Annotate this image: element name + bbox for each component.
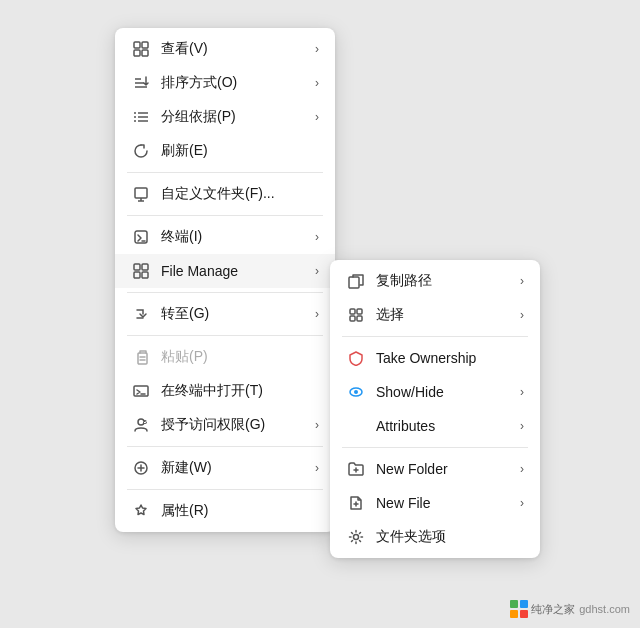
grid-icon xyxy=(131,39,151,59)
watermark-url: gdhst.com xyxy=(579,603,630,615)
svg-point-35 xyxy=(354,390,358,394)
separator-6 xyxy=(127,489,323,490)
menu-label-sort: 排序方式(O) xyxy=(161,74,315,92)
menu-label-new: 新建(W) xyxy=(161,459,315,477)
group-icon xyxy=(131,107,151,127)
arrow-icon-filemanage: › xyxy=(315,264,319,278)
submenu-item-select[interactable]: 选择 › xyxy=(330,298,540,332)
svg-rect-17 xyxy=(134,272,140,278)
svg-rect-33 xyxy=(357,316,362,321)
menu-item-paste[interactable]: 粘贴(P) xyxy=(115,340,335,374)
new-icon xyxy=(131,458,151,478)
sub-separator-2 xyxy=(342,447,528,448)
arrow-icon-select: › xyxy=(520,308,524,322)
svg-rect-3 xyxy=(142,50,148,56)
svg-rect-19 xyxy=(138,353,147,364)
separator-4 xyxy=(127,335,323,336)
svg-point-40 xyxy=(354,535,359,540)
submenu-label-select: 选择 xyxy=(376,306,520,324)
submenu-label-takeownership: Take Ownership xyxy=(376,350,524,366)
menu-item-refresh[interactable]: 刷新(E) xyxy=(115,134,335,168)
submenu-label-newfolder: New Folder xyxy=(376,461,520,477)
svg-rect-30 xyxy=(350,309,355,314)
svg-rect-2 xyxy=(134,50,140,56)
menu-label-grantaccess: 授予访问权限(G) xyxy=(161,416,315,434)
arrow-icon-view: › xyxy=(315,42,319,56)
menu-label-customize: 自定义文件夹(F)... xyxy=(161,185,319,203)
submenu-item-newfolder[interactable]: New Folder › xyxy=(330,452,540,486)
menu-item-terminal[interactable]: 终端(I) › xyxy=(115,220,335,254)
submenu-label-copypath: 复制路径 xyxy=(376,272,520,290)
menu-item-sort[interactable]: 排序方式(O) › xyxy=(115,66,335,100)
filemanage-icon xyxy=(131,261,151,281)
openterminal-icon xyxy=(131,381,151,401)
submenu-item-copypath[interactable]: 复制路径 › xyxy=(330,264,540,298)
arrow-icon-sort: › xyxy=(315,76,319,90)
menu-label-terminal: 终端(I) xyxy=(161,228,315,246)
separator-3 xyxy=(127,292,323,293)
svg-rect-44 xyxy=(520,610,528,618)
watermark-site: 纯净之家 xyxy=(531,602,575,617)
svg-rect-29 xyxy=(349,277,359,288)
terminal-icon xyxy=(131,227,151,247)
svg-rect-43 xyxy=(510,610,518,618)
submenu-item-folderopt[interactable]: 文件夹选项 xyxy=(330,520,540,554)
paste-icon xyxy=(131,347,151,367)
properties-icon xyxy=(131,501,151,521)
submenu-label-newfile: New File xyxy=(376,495,520,511)
submenu-item-showhide[interactable]: Show/Hide › xyxy=(330,375,540,409)
menu-item-filemanage[interactable]: File Manage › xyxy=(115,254,335,288)
svg-rect-32 xyxy=(350,316,355,321)
watermark: 纯净之家 gdhst.com xyxy=(510,600,630,618)
menu-item-grantaccess[interactable]: 授予访问权限(G) › xyxy=(115,408,335,442)
arrow-icon-newfolder: › xyxy=(520,462,524,476)
arrow-icon-grantaccess: › xyxy=(315,418,319,432)
menu-label-view: 查看(V) xyxy=(161,40,315,58)
arrow-icon-copypath: › xyxy=(520,274,524,288)
arrow-icon-terminal: › xyxy=(315,230,319,244)
menu-item-customize[interactable]: 自定义文件夹(F)... xyxy=(115,177,335,211)
grantaccess-icon xyxy=(131,415,151,435)
menu-item-properties[interactable]: 属性(R) xyxy=(115,494,335,528)
shield-icon xyxy=(346,348,366,368)
menu-label-goto: 转至(G) xyxy=(161,305,315,323)
submenu-label-showhide: Show/Hide xyxy=(376,384,520,400)
svg-rect-41 xyxy=(510,600,518,608)
menu-item-goto[interactable]: 转至(G) › xyxy=(115,297,335,331)
showhide-icon xyxy=(346,382,366,402)
svg-rect-10 xyxy=(135,188,147,198)
arrow-icon-showhide: › xyxy=(520,385,524,399)
arrow-icon-newfile: › xyxy=(520,496,524,510)
submenu-label-folderopt: 文件夹选项 xyxy=(376,528,524,546)
newfolder-icon xyxy=(346,459,366,479)
watermark-logo xyxy=(510,600,528,618)
menu-item-new[interactable]: 新建(W) › xyxy=(115,451,335,485)
menu-item-group[interactable]: 分组依据(P) › xyxy=(115,100,335,134)
refresh-icon xyxy=(131,141,151,161)
submenu-item-attributes[interactable]: Attributes › xyxy=(330,409,540,443)
menu-item-openterminal[interactable]: 在终端中打开(T) xyxy=(115,374,335,408)
svg-rect-42 xyxy=(520,600,528,608)
menu-item-view[interactable]: 查看(V) › xyxy=(115,32,335,66)
submenu-item-newfile[interactable]: New File › xyxy=(330,486,540,520)
separator-1 xyxy=(127,172,323,173)
customize-icon xyxy=(131,184,151,204)
svg-rect-1 xyxy=(142,42,148,48)
menu-label-openterminal: 在终端中打开(T) xyxy=(161,382,319,400)
separator-5 xyxy=(127,446,323,447)
submenu-item-takeownership[interactable]: Take Ownership xyxy=(330,341,540,375)
separator-2 xyxy=(127,215,323,216)
sort-icon xyxy=(131,73,151,93)
menu-label-filemanage: File Manage xyxy=(161,263,315,279)
svg-rect-18 xyxy=(142,272,148,278)
folderopt-icon xyxy=(346,527,366,547)
arrow-icon-new: › xyxy=(315,461,319,475)
arrow-icon-goto: › xyxy=(315,307,319,321)
submenu-label-attributes: Attributes xyxy=(376,418,520,434)
svg-rect-16 xyxy=(142,264,148,270)
arrow-icon-attributes: › xyxy=(520,419,524,433)
sub-separator-1 xyxy=(342,336,528,337)
goto-icon xyxy=(131,304,151,324)
menu-label-refresh: 刷新(E) xyxy=(161,142,319,160)
menu-label-group: 分组依据(P) xyxy=(161,108,315,126)
